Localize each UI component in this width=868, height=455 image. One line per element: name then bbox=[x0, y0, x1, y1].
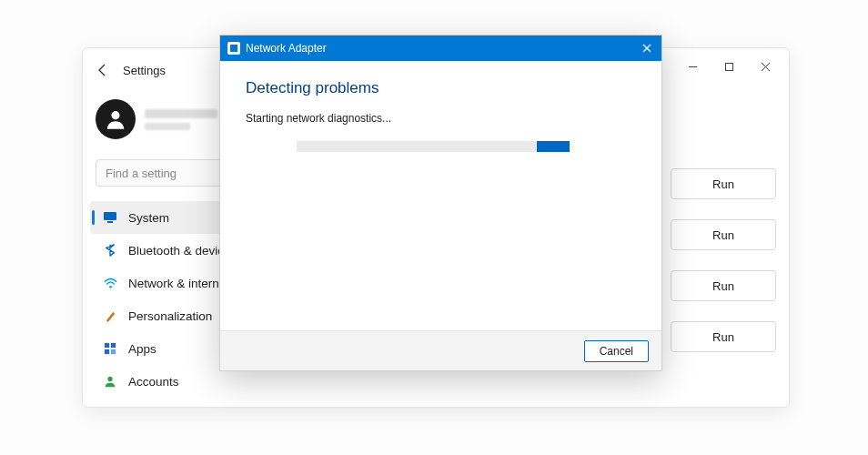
run-button[interactable]: Run bbox=[671, 219, 776, 250]
profile-block[interactable] bbox=[96, 99, 217, 139]
sidebar-item-label: System bbox=[128, 211, 169, 225]
close-button[interactable] bbox=[747, 54, 783, 79]
troubleshooter-heading: Detecting problems bbox=[246, 79, 636, 97]
svg-rect-11 bbox=[111, 349, 116, 354]
bluetooth-icon bbox=[103, 243, 117, 258]
svg-point-7 bbox=[109, 285, 112, 288]
close-icon[interactable] bbox=[638, 39, 656, 57]
progress-bar bbox=[297, 141, 570, 152]
progress-fill bbox=[537, 141, 570, 152]
run-button[interactable]: Run bbox=[671, 321, 776, 352]
minimize-button[interactable] bbox=[674, 54, 711, 79]
svg-rect-8 bbox=[105, 343, 109, 348]
maximize-button[interactable] bbox=[711, 54, 747, 79]
header-area: Settings bbox=[96, 63, 166, 77]
back-icon[interactable] bbox=[96, 63, 110, 77]
page-title: Settings bbox=[123, 64, 166, 77]
sidebar-item-label: Accounts bbox=[128, 375, 179, 389]
run-button[interactable]: Run bbox=[671, 168, 776, 199]
troubleshooter-app-icon bbox=[227, 42, 240, 55]
svg-point-4 bbox=[111, 111, 119, 119]
svg-point-12 bbox=[107, 377, 112, 381]
monitor-icon bbox=[103, 210, 117, 225]
avatar bbox=[96, 99, 136, 139]
svg-rect-10 bbox=[105, 349, 109, 354]
run-button[interactable]: Run bbox=[671, 270, 776, 301]
svg-rect-6 bbox=[107, 221, 113, 223]
apps-icon bbox=[103, 341, 117, 356]
svg-rect-9 bbox=[111, 343, 116, 348]
cancel-button[interactable]: Cancel bbox=[584, 340, 649, 362]
sidebar-item-label: Apps bbox=[128, 342, 156, 356]
run-button-list: Run Run Run Run bbox=[671, 168, 776, 352]
troubleshooter-title: Network Adapter bbox=[246, 42, 327, 55]
troubleshooter-status: Starting network diagnostics... bbox=[246, 112, 636, 125]
svg-rect-5 bbox=[104, 212, 116, 220]
person-icon bbox=[103, 374, 117, 389]
troubleshooter-body: Detecting problems Starting network diag… bbox=[220, 61, 661, 330]
wifi-icon bbox=[103, 276, 117, 290]
troubleshooter-titlebar: Network Adapter bbox=[220, 35, 661, 61]
profile-text bbox=[145, 109, 217, 130]
sidebar-item-label: Network & internet bbox=[128, 277, 229, 290]
sidebar-item-label: Personalization bbox=[128, 309, 212, 323]
troubleshooter-dialog: Network Adapter Detecting problems Start… bbox=[219, 35, 662, 371]
svg-rect-1 bbox=[725, 63, 732, 70]
brush-icon bbox=[103, 308, 117, 323]
troubleshooter-footer: Cancel bbox=[220, 330, 661, 370]
